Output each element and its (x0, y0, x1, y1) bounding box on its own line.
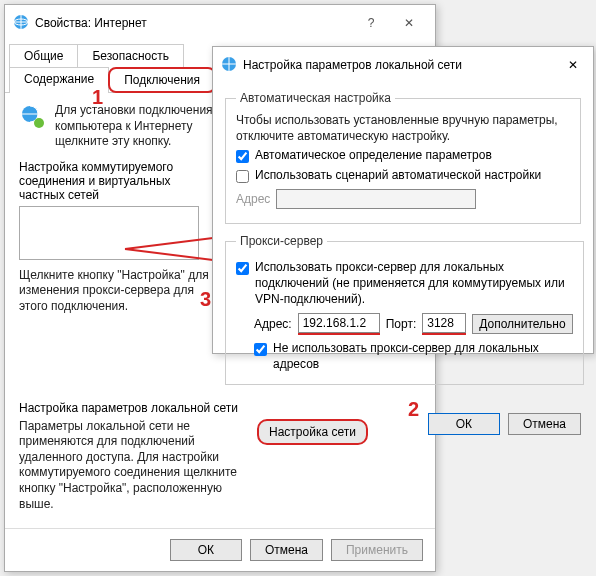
auto-legend: Автоматическая настройка (236, 91, 395, 105)
advanced-button[interactable]: Дополнительно (472, 314, 572, 334)
annotation-1: 1 (92, 86, 103, 109)
apply-button[interactable]: Применить (331, 539, 423, 561)
lan-button-row: ОК Отмена (213, 403, 593, 445)
ok-button[interactable]: ОК (170, 539, 242, 561)
lan-settings-dialog: Настройка параметров локальной сети ✕ Ав… (212, 46, 594, 354)
use-script-checkbox[interactable]: Использовать сценарий автоматической нас… (236, 168, 570, 184)
help-button[interactable]: ? (353, 11, 389, 35)
lan-cancel-button[interactable]: Отмена (508, 413, 581, 435)
window-title: Свойства: Интернет (35, 16, 353, 30)
proxy-group: Прокси-сервер Использовать прокси-сервер… (225, 234, 584, 385)
tab-general[interactable]: Общие (9, 44, 78, 67)
bypass-local-input[interactable] (254, 343, 267, 356)
globe-icon (13, 14, 29, 33)
titlebar: Свойства: Интернет ? ✕ (5, 5, 435, 41)
lan-ok-button[interactable]: ОК (428, 413, 500, 435)
use-proxy-input[interactable] (236, 262, 249, 275)
script-address-label: Адрес (236, 192, 270, 206)
auto-detect-label: Автоматическое определение параметров (255, 148, 492, 164)
script-address-input (276, 189, 476, 209)
proxy-address-label: Адрес: (254, 317, 292, 331)
setup-hint: Для установки подключения компьютера к И… (55, 103, 235, 150)
globe-icon (221, 56, 237, 75)
annotation-3: 3 (200, 288, 211, 311)
dialup-label: Настройка коммутируемого соединения и ви… (19, 160, 219, 202)
auto-detect-checkbox[interactable]: Автоматическое определение параметров (236, 148, 570, 164)
svg-point-3 (34, 118, 44, 128)
lan-close-button[interactable]: ✕ (561, 53, 585, 77)
use-proxy-label: Использовать прокси-сервер для локальных… (255, 260, 573, 307)
use-script-input[interactable] (236, 170, 249, 183)
use-proxy-checkbox[interactable]: Использовать прокси-сервер для локальных… (236, 260, 573, 307)
auto-detect-input[interactable] (236, 150, 249, 163)
use-script-label: Использовать сценарий автоматической нас… (255, 168, 541, 184)
globe-connect-icon (19, 103, 47, 134)
proxy-port-label: Порт: (386, 317, 417, 331)
tab-connections[interactable]: Подключения (108, 67, 216, 93)
cancel-button[interactable]: Отмена (250, 539, 323, 561)
lan-titlebar: Настройка параметров локальной сети ✕ (213, 47, 593, 83)
proxy-address-input[interactable] (298, 313, 380, 333)
bypass-local-label: Не использовать прокси-сервер для локаль… (273, 341, 573, 372)
tab-security[interactable]: Безопасность (77, 44, 184, 67)
close-button[interactable]: ✕ (391, 11, 427, 35)
bypass-local-checkbox[interactable]: Не использовать прокси-сервер для локаль… (236, 341, 573, 372)
proxy-hint: Щелкните кнопку "Настройка" для изменени… (19, 268, 219, 315)
lan-title: Настройка параметров локальной сети (243, 58, 561, 72)
auto-config-group: Автоматическая настройка Чтобы использов… (225, 91, 581, 224)
proxy-legend: Прокси-сервер (236, 234, 327, 248)
auto-hint: Чтобы использовать установленные вручную… (236, 113, 570, 144)
main-button-row: ОК Отмена Применить (5, 528, 435, 571)
proxy-port-input[interactable] (422, 313, 466, 333)
